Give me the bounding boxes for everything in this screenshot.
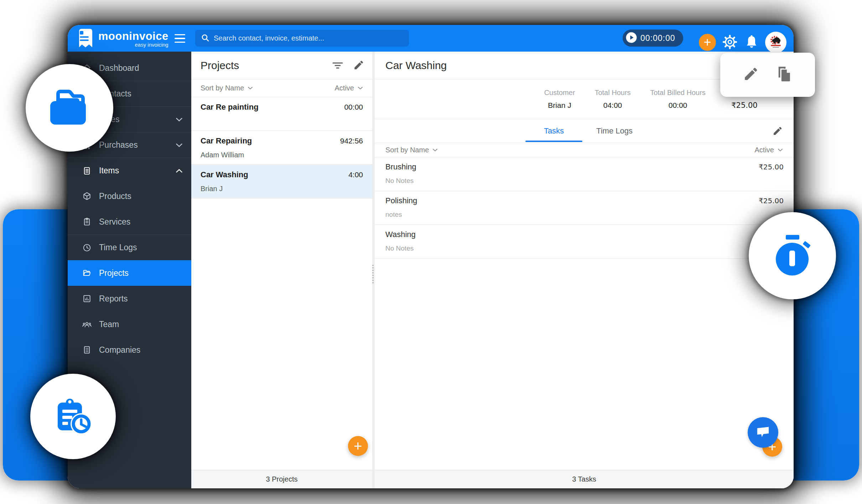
clock-icon: [81, 243, 93, 252]
folder-icon: [81, 268, 93, 278]
sidebar-item-companies[interactable]: Companies: [68, 337, 191, 363]
stopwatch-icon: [770, 233, 815, 279]
chevron-down-icon: [778, 148, 783, 152]
add-button[interactable]: +: [699, 34, 716, 51]
add-project-button[interactable]: +: [348, 436, 368, 456]
stat-value: ₹25.00: [720, 101, 769, 110]
sidebar-item-time-logs[interactable]: Time Logs: [68, 235, 191, 260]
project-row[interactable]: Car Re painting 00:00: [191, 97, 372, 131]
search-placeholder: Search contact, invoice, estimate...: [214, 34, 324, 42]
folder-icon: [47, 88, 92, 128]
stat-value: 04:00: [588, 101, 638, 110]
timer-button[interactable]: 00:00:00: [623, 30, 683, 47]
stopwatch-feature-circle: [749, 212, 836, 299]
task-row[interactable]: Brushing ₹25.00 No Notes: [375, 157, 794, 191]
bell-icon[interactable]: [744, 34, 759, 51]
chevron-down-icon: [358, 86, 363, 90]
app-window: mooninvoice easy invoicing Search contac…: [68, 25, 794, 488]
chat-bubble-icon: [755, 424, 771, 441]
team-icon: [81, 320, 93, 329]
box-icon: [81, 191, 93, 201]
play-circle-icon: [626, 32, 637, 44]
chevron-down-icon: [176, 143, 183, 147]
car-repair-logo: [768, 34, 784, 51]
edit-pencil-icon[interactable]: [772, 126, 783, 138]
clipboard-icon: [81, 217, 93, 226]
filter-icon[interactable]: [332, 60, 344, 72]
tab-tasks[interactable]: Tasks: [524, 119, 584, 143]
project-actions-popup: [720, 53, 815, 97]
detail-title: Car Washing: [385, 59, 447, 72]
chevron-up-icon: [176, 169, 183, 173]
timer-value: 00:00:00: [640, 33, 675, 43]
stat-label: Total Hours: [588, 89, 638, 97]
copy-icon[interactable]: [775, 65, 793, 84]
stat-label: Total Billed Hours: [640, 89, 715, 97]
gear-icon[interactable]: [722, 35, 737, 51]
project-row[interactable]: Car Repairing 942:56 Adam William: [191, 131, 372, 165]
avatar[interactable]: [765, 32, 786, 53]
chevron-down-icon: [432, 148, 438, 152]
clipboard-clock-icon: [51, 394, 95, 439]
edit-pencil-icon[interactable]: [353, 59, 364, 72]
projects-sort-label[interactable]: Sort by Name: [201, 84, 244, 92]
stat-label: Customer: [535, 89, 585, 97]
stat-value: Brian J: [535, 101, 585, 110]
building-icon: [81, 345, 93, 355]
stat-value: 00:00: [640, 101, 715, 110]
search-input[interactable]: Search contact, invoice, estimate...: [195, 30, 409, 47]
sidebar-item-projects[interactable]: Projects: [68, 260, 191, 286]
brand: mooninvoice easy invoicing: [76, 28, 168, 49]
topbar: mooninvoice easy invoicing Search contac…: [68, 25, 794, 52]
list-doc-icon: [81, 166, 93, 175]
projects-panel: Projects Sort by Name Active Car Re pain…: [191, 52, 372, 488]
project-detail-panel: Car Washing Customer Brian J Total Hours…: [375, 52, 794, 488]
tasks-status-filter[interactable]: Active: [755, 146, 774, 154]
sidebar-item-services[interactable]: Services: [68, 209, 191, 235]
projects-title: Projects: [201, 59, 239, 72]
tasks-footer: 3 Tasks: [375, 470, 794, 488]
sidebar-item-items[interactable]: Items: [68, 158, 191, 183]
tab-time-logs[interactable]: Time Logs: [584, 119, 645, 143]
project-row-selected[interactable]: Car Washing 4:00 Brian J: [191, 165, 372, 199]
projects-footer: 3 Projects: [191, 470, 372, 488]
folder-feature-circle: [26, 64, 113, 152]
sidebar-item-team[interactable]: Team: [68, 311, 191, 337]
search-icon: [201, 33, 209, 43]
mooninvoice-logo-icon: [76, 28, 94, 49]
edit-pencil-icon[interactable]: [743, 66, 759, 84]
chevron-down-icon: [176, 117, 183, 122]
task-row[interactable]: Polishing ₹25.00 notes: [375, 191, 794, 225]
clipboard-clock-feature-circle: [30, 374, 116, 459]
task-row[interactable]: Washing No Notes: [375, 225, 794, 259]
sidebar-item-products[interactable]: Products: [68, 183, 191, 209]
page: mooninvoice easy invoicing Search contac…: [0, 0, 862, 504]
menu-icon[interactable]: [175, 34, 186, 45]
brand-name: mooninvoice: [98, 30, 168, 42]
chevron-down-icon: [248, 86, 253, 90]
tasks-sort-label[interactable]: Sort by Name: [385, 146, 429, 154]
chat-button[interactable]: [748, 417, 778, 448]
panel-resize-divider[interactable]: [372, 52, 375, 488]
tab-active-underline: [525, 141, 582, 142]
bar-chart-icon: [81, 294, 93, 303]
brand-tagline: easy invoicing: [98, 42, 168, 48]
projects-status-filter[interactable]: Active: [335, 84, 354, 92]
sidebar-item-reports[interactable]: Reports: [68, 286, 191, 311]
